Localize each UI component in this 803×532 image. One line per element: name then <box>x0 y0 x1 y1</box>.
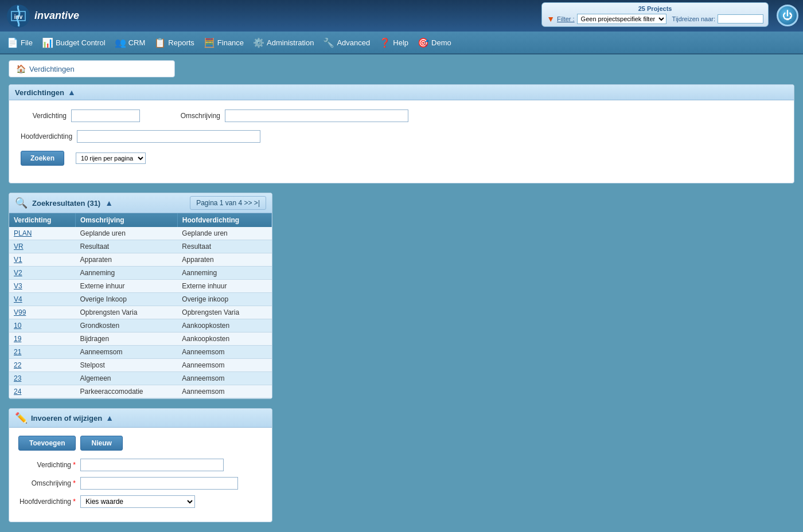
menu-item-budget-control[interactable]: 📊 Budget Control <box>37 35 110 50</box>
cell-hoofdverdichting: Aanneming <box>177 267 271 280</box>
results-title: Zoekresultaten (31) <box>32 199 100 208</box>
verdichting-link[interactable]: 24 <box>14 388 21 396</box>
crm-icon: 👥 <box>115 37 126 48</box>
verdichting-link[interactable]: 23 <box>14 374 21 382</box>
menu-item-help[interactable]: ❓ Help <box>375 35 413 50</box>
new-button[interactable]: Nieuw <box>80 436 122 451</box>
table-row: VR Resultaat Resultaat <box>9 240 272 253</box>
add-button[interactable]: Toevoegen <box>18 436 76 451</box>
reports-icon: 📋 <box>154 37 166 48</box>
menu-label-help: Help <box>393 38 408 47</box>
omschrijving-label: Omschrijving <box>174 112 220 120</box>
search-section-title: Verdichtingen <box>15 88 64 97</box>
cell-verdichting: 24 <box>9 385 75 398</box>
verdichting-link[interactable]: V1 <box>14 256 22 264</box>
input-collapse-icon: ▲ <box>106 413 114 423</box>
hoofdverdichting-dropdown[interactable]: Kies waarde <box>80 495 195 508</box>
search-section-header[interactable]: Verdichtingen ▲ <box>9 85 794 100</box>
hoofdverdichting-input[interactable] <box>77 130 260 143</box>
verdichting-link[interactable]: 22 <box>14 361 21 369</box>
results-table: Verdichting Omschrijving Hoofdverdichtin… <box>9 213 272 398</box>
cell-omschrijving: Overige Inkoop <box>75 293 177 306</box>
power-button[interactable] <box>777 5 798 26</box>
table-row: V1 Apparaten Apparaten <box>9 253 272 267</box>
input-omschrijving-field[interactable] <box>80 477 238 490</box>
main-content: 🏠 Verdichtingen Verdichtingen ▲ Verdicht… <box>0 54 803 528</box>
cell-hoofdverdichting: Resultaat <box>177 240 271 253</box>
menu-item-finance[interactable]: 🧮 Finance <box>199 35 248 50</box>
verdichting-link[interactable]: V99 <box>14 308 26 316</box>
filter-select[interactable]: Geen projectspecifiek filter <box>577 14 666 24</box>
logo-area: inv invantive <box>6 3 79 29</box>
menu-item-file[interactable]: 📄 File <box>2 35 37 50</box>
cell-omschrijving: Aanneming <box>75 267 177 280</box>
rows-per-page-select[interactable]: 10 rijen per pagina <box>76 152 146 164</box>
logo-icon: inv <box>6 3 31 29</box>
menu-bar: 📄 File 📊 Budget Control 👥 CRM 📋 Reports … <box>0 32 803 54</box>
menu-item-administration[interactable]: ⚙️ Administration <box>248 35 318 50</box>
cell-verdichting: 23 <box>9 372 75 385</box>
project-selector: 25 Projects ▼ Filter : Geen projectspeci… <box>541 2 769 27</box>
cell-omschrijving: Stelpost <box>75 359 177 372</box>
help-icon: ❓ <box>379 37 391 48</box>
table-row: 23 Algemeen Aanneemsom <box>9 372 272 385</box>
input-verdichting-label: Verdichting * <box>18 461 76 469</box>
cell-hoofdverdichting: Aankoopkosten <box>177 332 271 346</box>
advanced-icon: 🔧 <box>323 37 334 48</box>
demo-icon: 🎯 <box>418 37 429 48</box>
svg-text:inv: inv <box>14 14 23 20</box>
omschrijving-input[interactable] <box>225 109 408 122</box>
search-results-icon: 🔍 <box>15 197 28 209</box>
verdichting-link[interactable]: V4 <box>14 295 22 303</box>
col-verdichting: Verdichting <box>9 213 75 227</box>
menu-item-demo[interactable]: 🎯 Demo <box>413 35 456 50</box>
cell-verdichting: PLAN <box>9 227 75 240</box>
menu-item-reports[interactable]: 📋 Reports <box>150 35 199 50</box>
verdichting-input[interactable] <box>71 109 140 122</box>
verdichting-link[interactable]: V3 <box>14 282 22 290</box>
logo-text: invantive <box>34 10 79 22</box>
cell-verdichting: V2 <box>9 267 75 280</box>
menu-label-crm: CRM <box>128 38 146 47</box>
menu-item-crm[interactable]: 👥 CRM <box>110 35 150 50</box>
cell-hoofdverdichting: Aankoopkosten <box>177 319 271 332</box>
menu-label-file: File <box>21 38 33 47</box>
col-omschrijving: Omschrijving <box>75 213 177 227</box>
menu-label-finance: Finance <box>217 38 244 47</box>
table-row: V3 Externe inhuur Externe inhuur <box>9 280 272 293</box>
breadcrumb-text: Verdichtingen <box>29 65 75 73</box>
collapse-icon: ▲ <box>68 88 76 97</box>
verdichting-link[interactable]: 21 <box>14 348 21 356</box>
input-hoofdverdichting-label: Hoofdverdichting * <box>18 498 76 506</box>
results-header: 🔍 Zoekresultaten (31) ▲ Pagina 1 van 4 >… <box>9 193 272 213</box>
projects-count: 25 Projects <box>547 5 763 12</box>
cell-verdichting: 21 <box>9 346 75 359</box>
search-button[interactable]: Zoeken <box>21 151 64 166</box>
input-body: Toevoegen Nieuw Verdichting * Omschrijvi… <box>9 428 272 522</box>
verdichting-link[interactable]: 10 <box>14 322 21 330</box>
verdichting-link[interactable]: VR <box>14 242 24 251</box>
table-row: 22 Stelpost Aanneemsom <box>9 359 272 372</box>
table-row: V99 Opbrengsten Varia Opbrengsten Varia <box>9 306 272 319</box>
cell-verdichting: V4 <box>9 293 75 306</box>
verdichting-link[interactable]: 19 <box>14 335 21 343</box>
breadcrumb: 🏠 Verdichtingen <box>9 60 175 77</box>
filter-label[interactable]: Filter : <box>557 15 575 22</box>
menu-label-demo: Demo <box>431 38 451 47</box>
pagination-badge[interactable]: Pagina 1 van 4 >> >| <box>190 196 266 210</box>
cell-omschrijving: Resultaat <box>75 240 177 253</box>
input-verdichting-field[interactable] <box>80 459 224 471</box>
cell-omschrijving: Geplande uren <box>75 227 177 240</box>
input-section: ✏️ Invoeren of wijzigen ▲ Toevoegen Nieu… <box>9 408 272 522</box>
cell-hoofdverdichting: Aanneemsom <box>177 346 271 359</box>
cell-omschrijving: Grondkosten <box>75 319 177 332</box>
omschrijving-required-star: * <box>73 479 76 487</box>
hoofdverdichting-label: Hoofdverdichting <box>21 132 72 140</box>
tijdreizen-input[interactable] <box>718 14 763 24</box>
table-row: V4 Overige Inkoop Overige inkoop <box>9 293 272 306</box>
tijdreizen-label: Tijdreizen naar: <box>672 15 715 22</box>
verdichting-link[interactable]: V2 <box>14 269 22 277</box>
verdichting-link[interactable]: PLAN <box>14 229 32 237</box>
filter-icon: ▼ <box>547 14 555 24</box>
menu-item-advanced[interactable]: 🔧 Advanced <box>318 35 375 50</box>
